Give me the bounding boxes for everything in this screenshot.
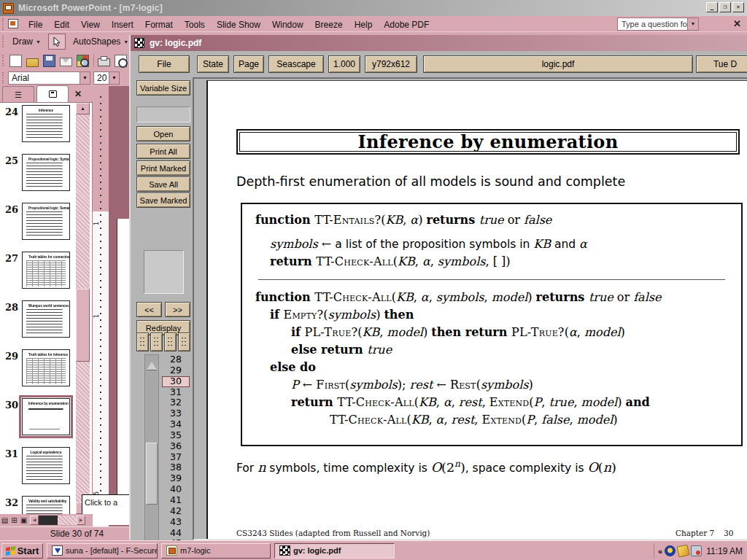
font-size-dropdown-icon[interactable]: ▼	[109, 72, 119, 84]
gv-page-32[interactable]: 32	[162, 397, 190, 408]
slide-thumbnail-27[interactable]: 27Truth tables for connectives	[0, 252, 76, 300]
gv-print-marked-button[interactable]: Print Marked	[136, 160, 190, 176]
gv-next-page-button[interactable]: >>	[165, 302, 190, 317]
gv-mark-button-3[interactable]	[164, 332, 177, 351]
scroll-left-icon[interactable]: ◀	[30, 516, 39, 525]
slideshow-view-icon[interactable]: ▣	[19, 516, 28, 524]
menu-view[interactable]: View	[75, 18, 106, 33]
panel-close-icon[interactable]: ✕	[74, 89, 82, 102]
scrollbar-thumb[interactable]	[76, 289, 90, 362]
gv-titlebar[interactable]: gv: logic.pdf	[131, 35, 747, 51]
gv-size-field[interactable]	[136, 106, 190, 122]
gv-page-28[interactable]: 28	[162, 354, 190, 365]
gv-page-30[interactable]: 30	[162, 376, 190, 387]
gv-page-44[interactable]: 44	[162, 528, 190, 539]
slide-thumb-preview[interactable]: Validity and satisfiability	[22, 496, 70, 514]
slide-thumbnail-31[interactable]: 31Logical equivalence	[0, 447, 76, 496]
slide-thumbnail-26[interactable]: 26Propositional logic: Semantics	[0, 203, 76, 252]
gv-page-41[interactable]: 41	[162, 495, 190, 506]
gv-open-button[interactable]: Open	[136, 126, 190, 141]
minimize-button[interactable]: _	[706, 2, 718, 12]
tray-icon-1[interactable]	[665, 545, 676, 556]
font-name-dropdown-icon[interactable]: ▼	[80, 72, 90, 84]
gv-page-button[interactable]: Page	[233, 55, 264, 73]
save-icon[interactable]	[43, 55, 55, 67]
help-dropdown-arrow-icon[interactable]: ▼	[688, 18, 699, 31]
gv-file-button[interactable]: File	[139, 55, 190, 73]
tab-outline[interactable]: ☰	[2, 86, 34, 102]
menu-insert[interactable]: Insert	[106, 18, 139, 33]
taskbar-button-fsecure[interactable]: suna - [default] - F-Secure...	[47, 543, 158, 559]
draw-toolbar-grip[interactable]	[2, 36, 6, 47]
menubar-grip[interactable]	[2, 18, 6, 30]
gv-date-button[interactable]: Tue D	[696, 55, 747, 73]
gv-page-35[interactable]: 35	[162, 430, 190, 441]
slide-thumb-preview[interactable]: Propositional logic: Semantics	[22, 203, 70, 240]
gv-page-33[interactable]: 33	[162, 408, 190, 419]
gv-page-43[interactable]: 43	[162, 517, 190, 528]
slide-thumb-preview[interactable]: Truth tables for connectives	[22, 252, 70, 289]
gv-page-42[interactable]: 42	[162, 506, 190, 517]
format-toolbar-grip[interactable]	[2, 72, 6, 84]
gv-page-40[interactable]: 40	[162, 484, 190, 495]
slide-thumbnail-24[interactable]: 24Inference	[0, 105, 76, 154]
gv-variable-size-button[interactable]: Variable Size	[136, 80, 190, 96]
gv-scale-button[interactable]: 1.000	[328, 55, 360, 73]
gv-print-all-button[interactable]: Print All	[136, 144, 190, 159]
help-question-input[interactable]: Type a question for help	[617, 18, 688, 31]
taskbar-button-gv[interactable]: gv: logic.pdf	[274, 543, 395, 559]
start-button[interactable]: Start	[1, 543, 43, 559]
gv-page-31[interactable]: 31	[162, 387, 190, 398]
search-icon[interactable]	[77, 55, 89, 67]
gv-pagelist-scrollbar[interactable]	[144, 354, 159, 540]
menu-file[interactable]: File	[23, 18, 48, 33]
scroll-right-icon[interactable]: ▶	[77, 516, 85, 525]
gv-page-37[interactable]: 37	[162, 452, 190, 463]
print-icon[interactable]	[98, 58, 110, 66]
slide-thumbnail-25[interactable]: 25Propositional logic: Syntax	[0, 154, 76, 203]
gv-state-button[interactable]: State	[197, 55, 229, 73]
close-button[interactable]: ✕	[732, 2, 744, 12]
font-size-combo[interactable]: 20▼	[93, 71, 120, 85]
select-arrow-button[interactable]	[48, 34, 66, 50]
menu-window[interactable]: Window	[266, 18, 309, 33]
open-folder-icon[interactable]	[26, 58, 39, 67]
thumbnail-scrollbar[interactable]: ▲ ▼	[76, 103, 90, 514]
menu-edit[interactable]: Edit	[48, 18, 75, 33]
slide-sorter-view-icon[interactable]: ⊞	[9, 516, 19, 524]
gv-page-36[interactable]: 36	[162, 441, 190, 452]
slide-thumb-preview[interactable]: Truth tables for inference	[22, 349, 70, 386]
email-icon[interactable]	[60, 58, 72, 66]
slide-thumbnail-32[interactable]: 32Validity and satisfiability	[0, 496, 76, 514]
slide-thumb-preview[interactable]: Wumpus world sentences	[22, 300, 70, 338]
gv-page-locator[interactable]	[144, 250, 184, 294]
taskbar-button-powerpoint[interactable]: m7-logic	[161, 543, 271, 559]
tray-chevron-icon[interactable]: «	[658, 547, 662, 556]
menu-breeze[interactable]: Breeze	[309, 18, 349, 33]
new-document-icon[interactable]	[9, 55, 22, 67]
normal-view-icon[interactable]: ▤	[0, 516, 9, 524]
gv-save-all-button[interactable]: Save All	[136, 176, 190, 192]
font-name-combo[interactable]: Arial▼	[8, 71, 90, 85]
slide-thumb-preview[interactable]: Inference	[22, 105, 70, 142]
menu-format[interactable]: Format	[139, 18, 179, 33]
gv-page-39[interactable]: 39	[162, 473, 190, 484]
tray-icon-2[interactable]	[677, 545, 690, 558]
gv-scrollbar-thumb[interactable]	[146, 443, 158, 505]
tab-slides[interactable]	[36, 85, 69, 102]
menu-tools[interactable]: Tools	[179, 18, 211, 33]
gv-page-38[interactable]: 38	[162, 462, 190, 473]
horizontal-scrollbar[interactable]: ◀ ▶	[30, 516, 85, 525]
slide-thumbnail-29[interactable]: 29Truth tables for inference	[0, 349, 76, 398]
menu-help[interactable]: Help	[349, 18, 379, 33]
gv-prev-page-button[interactable]: <<	[136, 302, 162, 317]
tray-icon-3[interactable]	[691, 545, 702, 556]
slide-thumb-preview[interactable]: Logical equivalence	[22, 447, 70, 484]
menu-slide-show[interactable]: Slide Show	[211, 18, 266, 33]
gv-orientation-button[interactable]: Seascape	[268, 55, 324, 73]
gv-mark-button-1[interactable]	[136, 332, 149, 351]
slide-thumb-preview[interactable]: Inference by enumeration	[22, 398, 70, 435]
hscroll-thumb[interactable]	[39, 516, 58, 525]
restore-button[interactable]: ❐	[719, 2, 731, 12]
draw-menu-button[interactable]: Draw▼	[8, 34, 45, 49]
